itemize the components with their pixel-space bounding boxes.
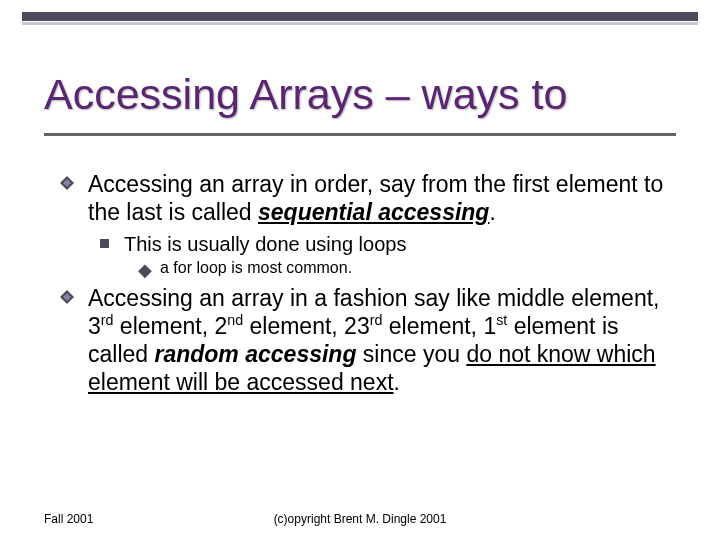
bullet3-text: a for loop is most common. <box>160 259 352 276</box>
bullet1-term: sequential accessing <box>258 199 489 225</box>
bullet-item-1: Accessing an array in order, say from th… <box>88 170 676 226</box>
bullet-item-2: This is usually done using loops <box>124 232 676 256</box>
b4-f: since you <box>356 341 466 367</box>
dot-bullet-icon: ◆ <box>138 260 152 282</box>
b4-d: element, 1 <box>382 313 496 339</box>
b4-s2: nd <box>227 312 243 328</box>
b4-b: element, 2 <box>113 313 227 339</box>
slide-content: Accessing an array in order, say from th… <box>88 170 676 402</box>
diamond-bullet-icon <box>60 290 74 304</box>
b4-c: element, 23 <box>243 313 370 339</box>
footer-center: (c)opyright Brent M. Dingle 2001 <box>0 512 720 526</box>
b4-s3: rd <box>370 312 383 328</box>
slide-title: Accessing Arrays – ways to <box>44 70 676 136</box>
bullet-item-4: Accessing an array in a fashion say like… <box>88 284 676 396</box>
diamond-bullet-icon <box>60 176 74 190</box>
bullet2-text: This is usually done using loops <box>124 233 406 255</box>
bullet-item-3: ◆ a for loop is most common. <box>160 258 676 278</box>
b4-s4: st <box>496 312 507 328</box>
bullet1-text-b: . <box>489 199 495 225</box>
square-bullet-icon <box>100 239 109 248</box>
b4-s1: rd <box>101 312 114 328</box>
b4-term: random accessing <box>154 341 356 367</box>
b4-g: . <box>394 369 400 395</box>
decorative-top-border <box>22 12 698 26</box>
